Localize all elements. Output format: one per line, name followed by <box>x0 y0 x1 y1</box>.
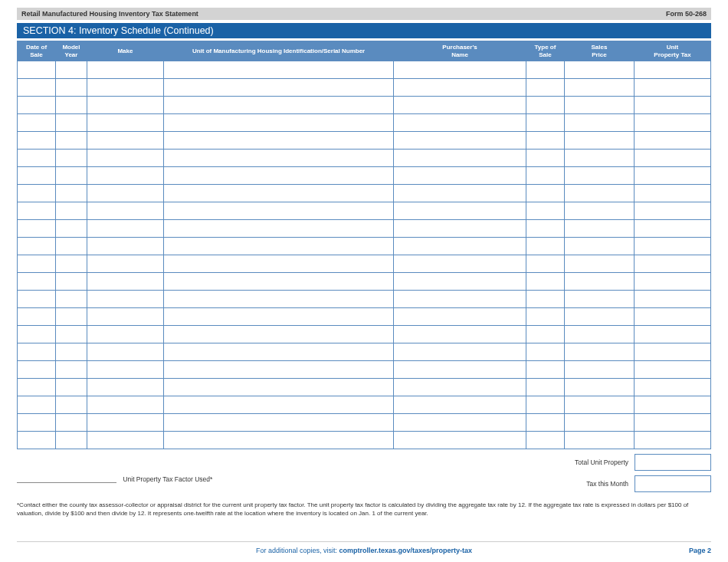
table-cell[interactable] <box>87 79 163 97</box>
table-cell[interactable] <box>394 255 526 273</box>
table-cell[interactable] <box>526 202 564 220</box>
table-cell[interactable] <box>56 273 87 291</box>
table-cell[interactable] <box>56 238 87 255</box>
table-cell[interactable] <box>87 238 163 255</box>
table-cell[interactable] <box>18 361 56 379</box>
table-cell[interactable] <box>394 432 526 449</box>
table-cell[interactable] <box>56 326 87 343</box>
table-cell[interactable] <box>526 114 564 132</box>
table-cell[interactable] <box>634 238 710 255</box>
table-cell[interactable] <box>87 61 163 79</box>
table-cell[interactable] <box>526 185 564 202</box>
table-cell[interactable] <box>526 79 564 97</box>
table-cell[interactable] <box>394 220 526 238</box>
table-cell[interactable] <box>394 308 526 326</box>
table-cell[interactable] <box>163 361 393 379</box>
table-cell[interactable] <box>56 167 87 185</box>
table-cell[interactable] <box>564 432 634 449</box>
table-cell[interactable] <box>634 343 710 361</box>
table-cell[interactable] <box>18 167 56 185</box>
table-cell[interactable] <box>526 220 564 238</box>
table-cell[interactable] <box>87 185 163 202</box>
table-cell[interactable] <box>634 291 710 308</box>
table-cell[interactable] <box>526 273 564 291</box>
table-cell[interactable] <box>394 202 526 220</box>
table-cell[interactable] <box>18 220 56 238</box>
table-cell[interactable] <box>394 291 526 308</box>
table-cell[interactable] <box>87 291 163 308</box>
table-cell[interactable] <box>18 185 56 202</box>
table-cell[interactable] <box>394 185 526 202</box>
table-cell[interactable] <box>163 114 393 132</box>
table-cell[interactable] <box>18 61 56 79</box>
table-cell[interactable] <box>163 167 393 185</box>
table-cell[interactable] <box>526 396 564 414</box>
table-cell[interactable] <box>526 308 564 326</box>
table-cell[interactable] <box>18 255 56 273</box>
table-cell[interactable] <box>163 79 393 97</box>
table-cell[interactable] <box>163 326 393 343</box>
table-cell[interactable] <box>56 97 87 114</box>
table-cell[interactable] <box>56 150 87 167</box>
table-cell[interactable] <box>87 379 163 396</box>
table-cell[interactable] <box>634 150 710 167</box>
table-cell[interactable] <box>634 185 710 202</box>
table-cell[interactable] <box>634 132 710 150</box>
table-cell[interactable] <box>526 379 564 396</box>
table-cell[interactable] <box>394 361 526 379</box>
table-cell[interactable] <box>56 343 87 361</box>
table-cell[interactable] <box>394 114 526 132</box>
table-cell[interactable] <box>394 396 526 414</box>
table-cell[interactable] <box>564 202 634 220</box>
table-cell[interactable] <box>634 79 710 97</box>
table-cell[interactable] <box>87 132 163 150</box>
table-cell[interactable] <box>18 414 56 432</box>
table-cell[interactable] <box>18 396 56 414</box>
table-cell[interactable] <box>526 238 564 255</box>
table-cell[interactable] <box>87 396 163 414</box>
table-cell[interactable] <box>564 185 634 202</box>
table-cell[interactable] <box>87 255 163 273</box>
table-cell[interactable] <box>394 79 526 97</box>
table-cell[interactable] <box>394 238 526 255</box>
table-cell[interactable] <box>18 79 56 97</box>
table-cell[interactable] <box>564 273 634 291</box>
table-cell[interactable] <box>18 97 56 114</box>
table-cell[interactable] <box>526 343 564 361</box>
table-cell[interactable] <box>634 97 710 114</box>
table-cell[interactable] <box>18 238 56 255</box>
table-cell[interactable] <box>163 343 393 361</box>
table-cell[interactable] <box>526 61 564 79</box>
table-cell[interactable] <box>564 291 634 308</box>
table-cell[interactable] <box>18 432 56 449</box>
table-cell[interactable] <box>634 414 710 432</box>
table-cell[interactable] <box>634 114 710 132</box>
table-cell[interactable] <box>87 220 163 238</box>
table-cell[interactable] <box>634 361 710 379</box>
table-cell[interactable] <box>394 167 526 185</box>
table-cell[interactable] <box>564 132 634 150</box>
table-cell[interactable] <box>87 273 163 291</box>
table-cell[interactable] <box>163 414 393 432</box>
table-cell[interactable] <box>163 308 393 326</box>
footer-link[interactable]: comptroller.texas.gov/taxes/property-tax <box>339 547 473 554</box>
table-cell[interactable] <box>163 432 393 449</box>
table-cell[interactable] <box>564 79 634 97</box>
table-cell[interactable] <box>87 361 163 379</box>
total-unit-box[interactable] <box>635 454 711 471</box>
table-cell[interactable] <box>56 220 87 238</box>
table-cell[interactable] <box>56 432 87 449</box>
table-cell[interactable] <box>18 291 56 308</box>
table-cell[interactable] <box>564 414 634 432</box>
table-cell[interactable] <box>564 361 634 379</box>
table-cell[interactable] <box>634 255 710 273</box>
table-cell[interactable] <box>18 308 56 326</box>
table-cell[interactable] <box>394 97 526 114</box>
table-cell[interactable] <box>163 273 393 291</box>
table-cell[interactable] <box>18 132 56 150</box>
table-cell[interactable] <box>526 150 564 167</box>
table-cell[interactable] <box>634 273 710 291</box>
table-cell[interactable] <box>394 150 526 167</box>
table-cell[interactable] <box>163 97 393 114</box>
table-cell[interactable] <box>87 97 163 114</box>
